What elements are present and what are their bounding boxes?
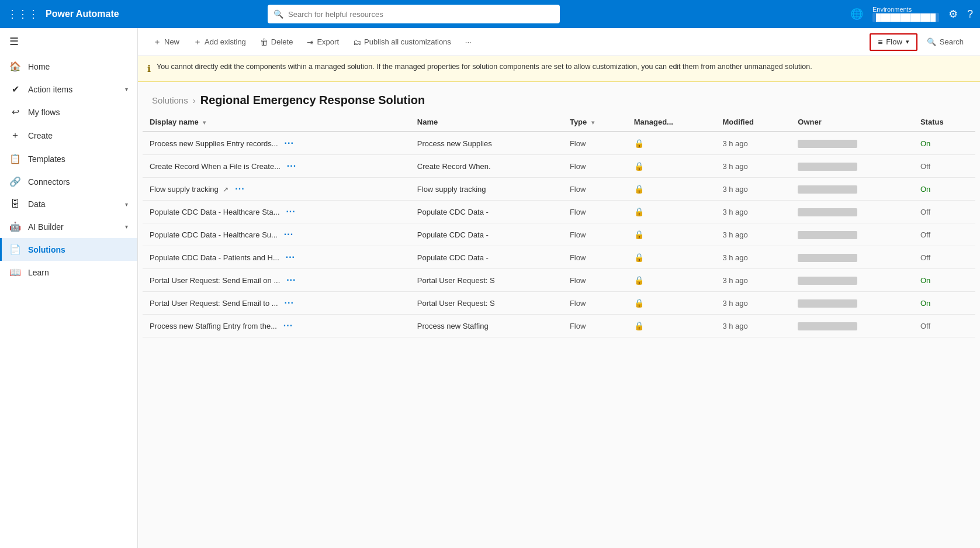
sidebar-label-action-items: Action items: [28, 85, 72, 94]
sidebar-label-templates: Templates: [28, 154, 65, 164]
cell-owner-6: ████████████: [791, 269, 913, 292]
cell-owner-4: ████████████: [791, 223, 913, 246]
data-chevron-icon: ▾: [125, 201, 128, 208]
sidebar-item-ai-builder[interactable]: 🤖 AI Builder ▾: [0, 215, 137, 238]
sidebar-item-templates[interactable]: 📋 Templates: [0, 147, 137, 170]
data-icon: 🗄: [9, 199, 21, 209]
sidebar-item-my-flows[interactable]: ↩ My flows: [0, 101, 137, 123]
export-button[interactable]: ⇥ Export: [301, 35, 345, 50]
more-button[interactable]: ···: [459, 35, 477, 49]
sidebar-item-action-items[interactable]: ✔ Action items ▾: [0, 78, 137, 101]
cell-type-2: Flow: [563, 178, 627, 201]
templates-icon: 📋: [9, 153, 21, 164]
cell-managed-4: 🔒: [627, 223, 716, 246]
cell-type-8: Flow: [563, 315, 627, 337]
publish-label: Publish all customizations: [364, 37, 451, 46]
row-more-icon-0[interactable]: ···: [285, 138, 294, 148]
table-area: Display name ▾ Name Type ▾ Managed...: [138, 113, 980, 548]
cell-display-name-1: Create Record When a File is Create... ·…: [143, 155, 410, 178]
cell-name-8: Process new Staffing: [410, 315, 563, 337]
sidebar-item-data[interactable]: 🗄 Data ▾: [0, 193, 137, 215]
status-badge-0: On: [920, 139, 930, 148]
cell-owner-0: ████████████: [791, 132, 913, 155]
sidebar-label-my-flows: My flows: [28, 108, 60, 117]
sidebar-hamburger[interactable]: ☰: [0, 28, 137, 55]
row-more-icon-4[interactable]: ···: [284, 229, 293, 239]
col-name-label: Name: [417, 118, 438, 126]
lock-icon-2: 🔒: [634, 184, 644, 194]
row-more-icon-2[interactable]: ···: [235, 184, 244, 194]
display-name-text-0: Process new Supplies Entry records...: [150, 139, 278, 148]
delete-button[interactable]: 🗑 Delete: [254, 35, 299, 50]
flow-filter-button[interactable]: ≡ Flow ▾: [870, 33, 917, 51]
more-label: ···: [465, 37, 472, 46]
cell-name-2: Flow supply tracking: [410, 178, 563, 201]
owner-value-7: ████████████: [798, 299, 857, 308]
row-more-icon-3[interactable]: ···: [286, 206, 295, 216]
add-existing-button[interactable]: ＋ Add existing: [188, 34, 252, 50]
help-button[interactable]: ?: [967, 8, 973, 20]
cell-owner-1: ████████████: [791, 155, 913, 178]
export-label: Export: [317, 37, 339, 46]
col-type[interactable]: Type ▾: [563, 113, 627, 132]
lock-icon-0: 🔒: [634, 139, 644, 148]
cell-name-0: Process new Supplies: [410, 132, 563, 155]
lock-icon-8: 🔒: [634, 321, 644, 330]
flow-label: Flow: [886, 37, 902, 46]
display-name-text-6: Portal User Request: Send Email on ...: [150, 276, 280, 285]
new-button[interactable]: ＋ New: [147, 34, 185, 50]
cell-modified-4: 3 h ago: [715, 223, 791, 246]
toolbar-search-button[interactable]: 🔍 Search: [920, 35, 971, 49]
delete-icon: 🗑: [260, 37, 268, 47]
cell-owner-3: ████████████: [791, 201, 913, 223]
cell-status-2: On: [913, 178, 975, 201]
cell-display-name-8: Process new Staffing Entry from the... ·…: [143, 315, 410, 337]
publish-icon: 🗂: [353, 37, 361, 47]
global-search-input[interactable]: [288, 10, 554, 19]
publish-button[interactable]: 🗂 Publish all customizations: [347, 35, 457, 50]
ai-builder-chevron-icon: ▾: [125, 223, 128, 230]
cell-type-0: Flow: [563, 132, 627, 155]
settings-button[interactable]: ⚙: [948, 8, 958, 20]
cell-modified-0: 3 h ago: [715, 132, 791, 155]
env-name[interactable]: ████████████: [872, 13, 939, 22]
cell-name-7: Portal User Request: S: [410, 292, 563, 315]
sidebar-item-learn[interactable]: 📖 Learn: [0, 261, 137, 284]
row-more-icon-5[interactable]: ···: [286, 252, 295, 262]
sidebar: ☰ 🏠 Home ✔ Action items ▾ ↩ My flows ＋ C…: [0, 28, 138, 548]
cell-type-1: Flow: [563, 155, 627, 178]
display-name-text-2: Flow supply tracking: [150, 185, 219, 194]
breadcrumb-parent[interactable]: Solutions: [152, 95, 188, 105]
col-type-label: Type: [570, 118, 587, 126]
global-search-box[interactable]: 🔍: [268, 5, 560, 23]
row-more-icon-1[interactable]: ···: [287, 161, 296, 171]
row-more-icon-7[interactable]: ···: [285, 298, 294, 308]
cell-owner-5: ████████████: [791, 246, 913, 269]
lock-icon-7: 🔒: [634, 298, 644, 308]
display-name-text-3: Populate CDC Data - Healthcare Sta...: [150, 208, 280, 216]
owner-value-4: ████████████: [798, 231, 857, 239]
sidebar-label-solutions: Solutions: [28, 245, 65, 254]
sidebar-item-create[interactable]: ＋ Create: [0, 123, 137, 147]
sidebar-item-solutions[interactable]: 📄 Solutions: [0, 238, 137, 261]
cell-owner-8: ████████████: [791, 315, 913, 337]
table-row: Flow supply tracking ↗ ··· Flow supply t…: [143, 178, 975, 201]
row-more-icon-8[interactable]: ···: [283, 320, 293, 330]
display-name-text-7: Portal User Request: Send Email to ...: [150, 299, 278, 308]
cell-modified-2: 3 h ago: [715, 178, 791, 201]
col-display-name[interactable]: Display name ▾: [143, 113, 410, 132]
environments-section: Environments ████████████: [872, 6, 939, 22]
cell-type-6: Flow: [563, 269, 627, 292]
toolbar-search-label: Search: [940, 37, 964, 46]
status-badge-6: On: [920, 276, 930, 285]
grid-icon[interactable]: ⋮⋮⋮: [7, 8, 39, 20]
sidebar-item-home[interactable]: 🏠 Home: [0, 55, 137, 78]
cell-managed-0: 🔒: [627, 132, 716, 155]
cell-name-4: Populate CDC Data -: [410, 223, 563, 246]
sidebar-item-connectors[interactable]: 🔗 Connectors: [0, 170, 137, 193]
row-more-icon-6[interactable]: ···: [286, 275, 296, 285]
globe-icon[interactable]: 🌐: [850, 8, 863, 20]
cell-owner-7: ████████████: [791, 292, 913, 315]
sidebar-label-connectors: Connectors: [28, 177, 70, 187]
ai-builder-icon: 🤖: [9, 221, 21, 232]
